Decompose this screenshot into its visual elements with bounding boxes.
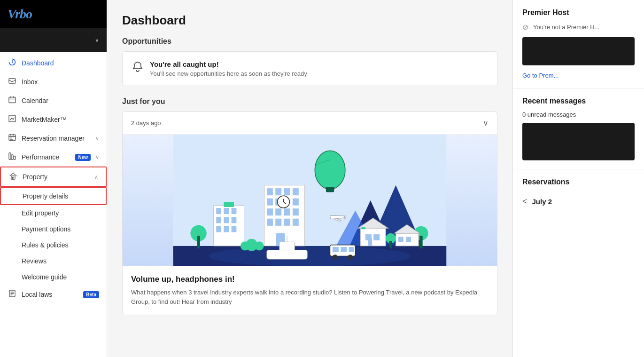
jfy-illustration xyxy=(123,135,497,266)
svg-rect-47 xyxy=(293,208,299,215)
subitem-label-rules-policies: Rules & policies xyxy=(22,241,69,249)
sidebar-item-dashboard[interactable]: Dashboard xyxy=(0,54,107,72)
sidebar-item-label-marketmaker: MarketMaker™ xyxy=(22,116,99,123)
premier-host-status-text: You're not a Premier H... xyxy=(533,24,599,31)
chevron-right-icon-perf: ∨ xyxy=(95,154,99,160)
new-badge: New xyxy=(75,154,91,161)
svg-rect-35 xyxy=(275,188,281,195)
svg-rect-1 xyxy=(9,97,16,103)
property-selector[interactable]: ∨ xyxy=(0,28,107,52)
svg-rect-77 xyxy=(341,247,347,252)
svg-rect-5 xyxy=(11,155,13,159)
sidebar-subitem-welcome-guide[interactable]: Welcome guide xyxy=(0,269,107,285)
sidebar-subitem-property-details[interactable]: Property details xyxy=(0,187,107,205)
recent-messages-title: Recent messages xyxy=(522,97,635,105)
dashboard-icon xyxy=(8,58,17,68)
sidebar-item-performance[interactable]: Performance New ∨ xyxy=(0,148,107,167)
jfy-chevron-icon[interactable]: ∨ xyxy=(483,119,489,127)
beta-badge: Beta xyxy=(83,291,99,298)
jfy-date: 2 days ago xyxy=(131,119,161,127)
svg-rect-27 xyxy=(224,217,229,223)
sidebar-item-label-property: Property xyxy=(23,173,90,181)
chevron-down-icon: ∨ xyxy=(95,37,99,43)
svg-rect-28 xyxy=(232,217,237,223)
go-to-prem-link[interactable]: Go to Prem... xyxy=(522,72,559,79)
sidebar-item-label-dashboard: Dashboard xyxy=(22,59,99,67)
sidebar-subitem-edit-property[interactable]: Edit property xyxy=(0,205,107,221)
reservations-header: Reservations xyxy=(522,178,635,192)
sidebar-item-label-performance: Performance xyxy=(22,153,69,161)
svg-rect-6 xyxy=(14,156,16,159)
opportunities-section-title: Opportunities xyxy=(122,37,497,46)
inbox-icon xyxy=(8,77,17,87)
subitem-label-reviews: Reviews xyxy=(22,257,47,265)
svg-rect-40 xyxy=(293,198,299,206)
sidebar-subitem-rules-policies[interactable]: Rules & policies xyxy=(0,237,107,253)
svg-point-15 xyxy=(209,246,411,266)
reservations-nav: < July 2 xyxy=(522,197,635,206)
sidebar-item-property[interactable]: Property ∧ xyxy=(0,167,107,187)
sidebar-item-label-local-laws: Local laws xyxy=(22,291,77,298)
svg-rect-29 xyxy=(216,226,221,232)
svg-rect-48 xyxy=(267,219,273,226)
reservations-title: Reservations xyxy=(522,178,570,186)
right-panel: Premier Host ⊘ You're not a Premier H...… xyxy=(512,0,644,357)
svg-rect-30 xyxy=(224,226,229,232)
sidebar-item-local-laws[interactable]: Local laws Beta xyxy=(0,285,107,304)
premier-host-image xyxy=(522,37,635,65)
subitem-label-edit-property: Edit property xyxy=(22,209,59,217)
svg-rect-63 xyxy=(373,234,380,240)
messages-image xyxy=(522,123,635,160)
just-for-you-card: 2 days ago ∨ xyxy=(122,111,497,315)
opp-title: You're all caught up! xyxy=(150,60,307,68)
chevron-right-icon: ∨ xyxy=(95,135,99,142)
svg-rect-54 xyxy=(326,187,334,192)
sidebar-item-inbox[interactable]: Inbox xyxy=(0,72,107,91)
subitem-label-property-details: Property details xyxy=(23,192,68,200)
sidebar-item-calendar[interactable]: Calendar xyxy=(0,91,107,110)
opportunities-section: Opportunities You're all caught up! You'… xyxy=(122,37,497,86)
bell-icon xyxy=(132,61,143,75)
month-label: July 2 xyxy=(532,198,552,206)
jfy-article-title: Volume up, headphones in! xyxy=(131,275,489,284)
subitem-label-welcome-guide: Welcome guide xyxy=(22,273,67,281)
svg-rect-24 xyxy=(224,208,229,214)
svg-rect-65 xyxy=(361,227,365,229)
svg-rect-45 xyxy=(275,208,281,215)
svg-rect-32 xyxy=(224,202,234,207)
sidebar-item-label-calendar: Calendar xyxy=(22,97,99,104)
property-icon xyxy=(8,172,18,182)
sidebar-subitem-payment-options[interactable]: Payment options xyxy=(0,221,107,237)
svg-rect-44 xyxy=(267,208,273,215)
logo-area: Vrbo xyxy=(0,0,107,28)
sidebar: Vrbo ∨ Dashboard Inbox Calendar xyxy=(0,0,107,357)
premier-host-title: Premier Host xyxy=(522,8,635,17)
main-content: Dashboard Opportunities You're all caugh… xyxy=(107,0,644,357)
opp-subtitle: You'll see new opportunities here as soo… xyxy=(150,70,307,77)
svg-rect-69 xyxy=(406,237,411,242)
svg-rect-71 xyxy=(279,242,295,250)
sidebar-item-label-reservation: Reservation manager xyxy=(22,135,91,142)
prev-month-button[interactable]: < xyxy=(522,197,528,206)
premier-host-section: Premier Host ⊘ You're not a Premier H...… xyxy=(513,0,644,88)
performance-icon xyxy=(8,152,17,162)
not-premier-icon: ⊘ xyxy=(522,23,528,32)
content-area: Dashboard Opportunities You're all caugh… xyxy=(107,0,644,357)
svg-rect-76 xyxy=(333,247,339,252)
svg-point-53 xyxy=(315,151,345,189)
svg-rect-19 xyxy=(419,236,422,248)
svg-rect-0 xyxy=(9,79,16,83)
sidebar-nav: Dashboard Inbox Calendar MarketMaker™ xyxy=(0,52,107,357)
svg-rect-31 xyxy=(232,226,237,232)
svg-point-74 xyxy=(333,254,338,260)
svg-rect-68 xyxy=(398,237,403,242)
local-laws-icon xyxy=(8,290,17,299)
calendar-icon xyxy=(8,96,17,105)
svg-rect-25 xyxy=(232,208,237,214)
sidebar-item-reservation-manager[interactable]: Reservation manager ∨ xyxy=(0,129,107,148)
property-selector-text xyxy=(8,37,9,44)
unread-count: 0 unread messages xyxy=(522,111,635,118)
center-panel: Dashboard Opportunities You're all caugh… xyxy=(107,0,512,357)
sidebar-item-marketmaker[interactable]: MarketMaker™ xyxy=(0,110,107,129)
sidebar-subitem-reviews[interactable]: Reviews xyxy=(0,253,107,269)
